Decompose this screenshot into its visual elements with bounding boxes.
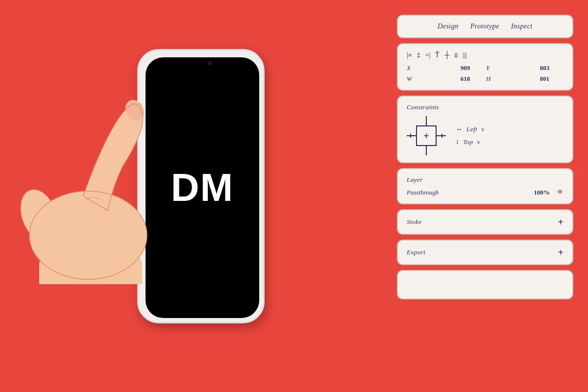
h-label: H [486, 75, 524, 83]
align-top-icon[interactable]: T̄ [435, 51, 440, 59]
export-header-row: Export + [407, 247, 564, 257]
tab-prototype[interactable]: Prototype [470, 23, 499, 30]
align-icons-row: |≡ ‡ =| T̄ ┼ ū ||| [407, 51, 564, 59]
right-panel: Design Prototype Inspect |≡ ‡ =| T̄ ┼ ū … [397, 15, 573, 299]
horizontal-constraint-label: Left [466, 125, 477, 133]
stroke-header-row: Stoke + [407, 217, 564, 227]
empty-bottom-card [397, 270, 573, 299]
opacity-value[interactable]: 100% [534, 189, 550, 196]
tab-design[interactable]: Design [438, 23, 459, 30]
hand-illustration [10, 78, 216, 284]
position-size-card: |≡ ‡ =| T̄ ┼ ū ||| X 909 Y 803 W 618 H 8… [397, 43, 573, 91]
horizontal-constraint-row: ↔ Left v [456, 125, 484, 133]
constraint-dropdowns: ↔ Left v ↕ Top v [456, 125, 484, 146]
svg-rect-3 [39, 255, 142, 284]
layer-title: Layer [407, 176, 564, 184]
export-title: Export [407, 248, 425, 256]
blend-mode-label[interactable]: Passthrough [407, 189, 439, 196]
align-center-h-icon[interactable]: ‡ [417, 51, 420, 59]
constraints-title: Constraints [407, 103, 564, 111]
add-stroke-button[interactable]: + [558, 217, 564, 227]
align-left-icon[interactable]: |≡ [407, 51, 412, 59]
vertical-constraint-row: ↕ Top v [456, 138, 484, 146]
visibility-icon[interactable]: 👁 [557, 189, 564, 196]
horizontal-constraint-icon: ↔ [456, 125, 463, 133]
constraints-body: ↔ Left v ↕ Top v [407, 116, 564, 155]
h-value[interactable]: 801 [526, 75, 564, 83]
vertical-constraint-icon: ↕ [456, 138, 459, 146]
vertical-constraint-dropdown[interactable]: v [477, 139, 480, 146]
tabs-card: Design Prototype Inspect [397, 15, 573, 38]
y-label: Y [486, 64, 524, 72]
w-value[interactable]: 618 [446, 75, 484, 83]
phone-camera [208, 61, 212, 65]
vertical-constraint-label: Top [463, 138, 473, 146]
tab-inspect[interactable]: Inspect [511, 23, 533, 30]
x-value[interactable]: 909 [446, 64, 484, 72]
horizontal-constraint-dropdown[interactable]: v [481, 126, 484, 133]
stroke-title: Stoke [407, 218, 422, 226]
illustration-area: DM [39, 20, 363, 372]
distribute-icon[interactable]: ||| [463, 51, 466, 59]
constraint-diagram [407, 116, 446, 155]
export-card: Export + [397, 240, 573, 265]
layer-row: Passthrough 100% 👁 [407, 189, 564, 196]
add-export-button[interactable]: + [558, 247, 564, 257]
align-right-icon[interactable]: =| [425, 51, 431, 59]
align-center-v-icon[interactable]: ┼ [444, 51, 449, 59]
w-label: W [407, 75, 444, 83]
x-label: X [407, 64, 444, 72]
constraints-card: Constraints [397, 96, 573, 163]
align-bottom-icon[interactable]: ū [454, 51, 458, 59]
y-value[interactable]: 803 [526, 64, 564, 72]
stroke-card: Stoke + [397, 209, 573, 235]
layer-card: Layer Passthrough 100% 👁 [397, 168, 573, 204]
position-grid: X 909 Y 803 W 618 H 801 [407, 64, 564, 83]
phone-notch [181, 57, 220, 69]
tabs-row: Design Prototype Inspect [407, 23, 564, 30]
